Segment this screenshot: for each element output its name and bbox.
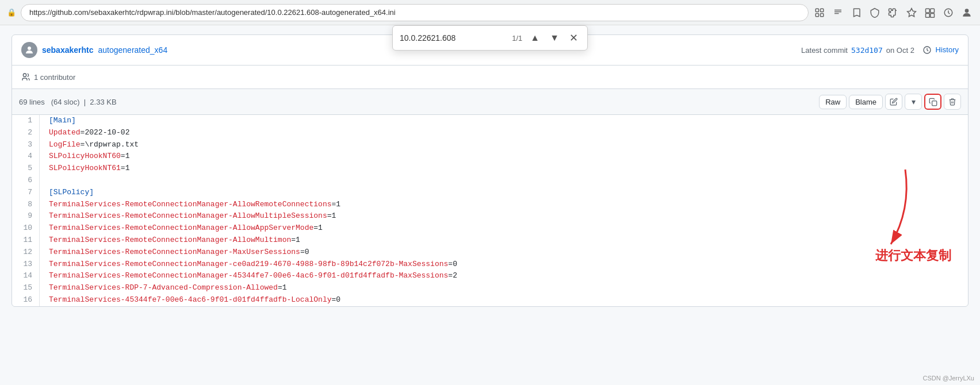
collections-icon[interactable] bbox=[924, 6, 936, 19]
avatar bbox=[21, 42, 37, 58]
code-sloc: (64 sloc) bbox=[51, 98, 80, 106]
svg-rect-5 bbox=[926, 9, 930, 13]
extensions-icon[interactable] bbox=[813, 6, 826, 19]
table-row: 3LogFile=\rdpwrap.txt bbox=[12, 139, 968, 151]
commit-hash[interactable]: 532d107 bbox=[851, 46, 883, 55]
contributor-text: 1 contributor bbox=[34, 73, 75, 82]
profile-icon[interactable] bbox=[960, 6, 973, 19]
file-header-left: sebaxakerhtc autogenerated_x64 bbox=[21, 42, 167, 58]
table-row: 11TerminalServices-RemoteConnectionManag… bbox=[12, 234, 968, 247]
table-row: 16TerminalServices-45344fe7-00e6-4ac6-9f… bbox=[12, 294, 968, 306]
history-label: History bbox=[936, 45, 959, 54]
svg-rect-3 bbox=[821, 13, 824, 16]
code-actions: Raw Blame ▾ bbox=[819, 94, 961, 110]
find-next-button[interactable]: ▼ bbox=[548, 32, 561, 44]
table-row: 6 bbox=[12, 175, 968, 187]
svg-rect-0 bbox=[816, 9, 818, 11]
contributor-row: 1 contributor bbox=[12, 66, 968, 89]
svg-marker-4 bbox=[908, 8, 916, 16]
history-link[interactable]: History bbox=[922, 45, 959, 55]
svg-rect-1 bbox=[821, 9, 824, 11]
favorites-icon[interactable] bbox=[905, 6, 918, 19]
code-meta: 69 lines (64 sloc) | 2.33 KB bbox=[19, 98, 117, 106]
code-toolbar: 69 lines (64 sloc) | 2.33 KB Raw Blame ▾ bbox=[12, 89, 968, 115]
file-header-right: Latest commit 532d107 on Oct 2 History bbox=[801, 45, 959, 55]
svg-rect-6 bbox=[931, 9, 935, 13]
svg-rect-2 bbox=[816, 13, 818, 16]
table-row: 14TerminalServices-RemoteConnectionManag… bbox=[12, 270, 968, 282]
table-row: 1[Main] bbox=[12, 115, 968, 127]
repo-owner[interactable]: sebaxakerhtc bbox=[42, 45, 94, 55]
page-wrapper: 🔒 https://github.com/sebaxakerhtc/rdpwra… bbox=[0, 0, 980, 360]
find-close-button[interactable]: ✕ bbox=[567, 30, 580, 45]
table-row: 5SLPolicyHookNT61=1 bbox=[12, 163, 968, 175]
svg-rect-8 bbox=[931, 13, 935, 17]
table-row: 15TerminalServices-RDP-7-Advanced-Compre… bbox=[12, 282, 968, 294]
code-size: 2.33 KB bbox=[90, 98, 116, 106]
find-input[interactable] bbox=[400, 33, 506, 43]
raw-button[interactable]: Raw bbox=[819, 95, 847, 109]
delete-button[interactable] bbox=[944, 94, 961, 110]
repo-branch[interactable]: autogenerated_x64 bbox=[98, 45, 168, 55]
code-area: 1[Main] 2Updated=2022-10-02 3LogFile=\rd… bbox=[12, 115, 968, 306]
svg-rect-14 bbox=[932, 101, 936, 105]
shield-icon[interactable] bbox=[868, 6, 881, 19]
table-row: 13TerminalServices-RemoteConnectionManag… bbox=[12, 259, 968, 271]
bookmark-icon[interactable] bbox=[850, 6, 863, 19]
commit-date: on Oct 2 bbox=[886, 46, 914, 55]
svg-rect-7 bbox=[926, 13, 930, 17]
history-browser-icon[interactable] bbox=[942, 6, 955, 19]
svg-point-10 bbox=[965, 9, 969, 13]
reader-icon[interactable] bbox=[832, 6, 844, 19]
browser-actions bbox=[813, 6, 973, 19]
table-row: 8TerminalServices-RemoteConnectionManage… bbox=[12, 199, 968, 211]
browser-chrome: 🔒 https://github.com/sebaxakerhtc/rdpwra… bbox=[0, 0, 980, 25]
table-row: 2Updated=2022-10-02 bbox=[12, 127, 968, 139]
table-row: 12TerminalServices-RemoteConnectionManag… bbox=[12, 247, 968, 259]
code-lines: 69 lines bbox=[19, 98, 45, 106]
table-row: 10TerminalServices-RemoteConnectionManag… bbox=[12, 222, 968, 234]
more-options-button[interactable]: ▾ bbox=[905, 94, 922, 110]
url-text: https://github.com/sebaxakerhtc/rdpwrap.… bbox=[29, 8, 396, 17]
commit-prefix: Latest commit bbox=[801, 46, 848, 55]
edit-button[interactable] bbox=[885, 94, 902, 110]
table-row: 7[SLPolicy] bbox=[12, 187, 968, 199]
copy-button[interactable] bbox=[924, 94, 941, 110]
url-bar[interactable]: https://github.com/sebaxakerhtc/rdpwrap.… bbox=[21, 4, 809, 21]
blame-button[interactable]: Blame bbox=[849, 95, 883, 109]
delete-icon bbox=[948, 98, 956, 106]
table-row: 4SLPolicyHookNT60=1 bbox=[12, 151, 968, 163]
main-content: sebaxakerhtc autogenerated_x64 Latest co… bbox=[12, 34, 968, 307]
find-count: 1/1 bbox=[512, 34, 522, 43]
copy-icon bbox=[929, 98, 937, 106]
contributor-icon bbox=[21, 72, 30, 82]
lock-icon: 🔒 bbox=[7, 8, 16, 17]
edit-icon bbox=[890, 98, 898, 106]
svg-point-13 bbox=[23, 74, 26, 76]
find-popup: 1/1 ▲ ▼ ✕ bbox=[392, 25, 588, 51]
svg-point-11 bbox=[28, 47, 31, 50]
find-prev-button[interactable]: ▲ bbox=[528, 32, 542, 44]
table-row: 9TerminalServices-RemoteConnectionManage… bbox=[12, 210, 968, 222]
puzzle-icon[interactable] bbox=[887, 6, 899, 19]
